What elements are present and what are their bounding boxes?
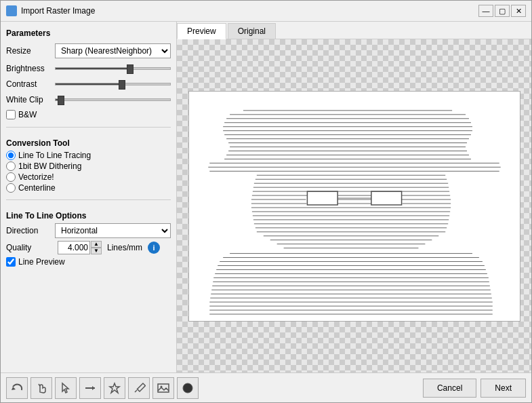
circle-tool-button[interactable] (177, 377, 199, 399)
radio-centerline-label: Centerline (18, 183, 56, 193)
cancel-button[interactable]: Cancel (423, 379, 476, 398)
conversion-tool-label: Conversion Tool (6, 138, 171, 148)
right-panel: Preview Original (177, 22, 531, 372)
quality-input[interactable] (58, 241, 90, 254)
image-icon (157, 381, 170, 395)
resize-row: Resize Sharp (NearestNeighbor) (6, 43, 171, 58)
svg-rect-68 (158, 384, 169, 392)
whiteclip-control (55, 94, 171, 105)
divider-2 (6, 199, 171, 200)
brightness-label: Brightness (6, 64, 55, 73)
svg-marker-65 (110, 383, 119, 393)
radio-dithering[interactable] (6, 161, 16, 171)
contrast-fill (56, 83, 122, 85)
maximize-button[interactable]: ▢ (495, 5, 510, 17)
quality-spin-down[interactable]: ▼ (91, 248, 102, 254)
window-icon (6, 5, 17, 16)
pencil-tool-button[interactable] (128, 377, 150, 399)
toolbar-icons (6, 377, 423, 399)
radio-line-tracing: Line To Line Tracing (6, 151, 171, 160)
bw-row: B&W (6, 110, 171, 119)
title-bar-left: Import Raster Image (6, 5, 95, 16)
quality-info-button[interactable]: i (148, 242, 160, 254)
line-options-section: Line To Line Options Direction Horizonta… (6, 208, 171, 269)
bottom-actions: Cancel Next (423, 379, 526, 398)
whiteclip-track (55, 98, 171, 101)
svg-line-62 (39, 384, 40, 386)
brightness-control (55, 63, 171, 74)
radio-dithering-row: 1bit BW Dithering (6, 161, 171, 171)
svg-marker-61 (12, 387, 16, 390)
brightness-track (55, 67, 171, 70)
quality-unit: Lines/mm (107, 243, 142, 252)
title-bar: Import Raster Image — ▢ ✕ (1, 1, 531, 22)
contrast-row: Contrast (6, 79, 171, 90)
radio-vectorize-label: Vectorize! (18, 172, 54, 182)
svg-rect-66 (137, 383, 145, 391)
bottom-bar: Cancel Next (1, 372, 531, 402)
next-button[interactable]: Next (480, 379, 526, 398)
left-panel: Parameters Resize Sharp (NearestNeighbor… (1, 22, 177, 372)
brightness-thumb[interactable] (127, 64, 134, 74)
parameters-section-label: Parameters (6, 28, 171, 38)
radio-centerline[interactable] (6, 183, 16, 193)
quality-spin-buttons: ▲ ▼ (91, 241, 102, 254)
main-window: Import Raster Image — ▢ ✕ Parameters Res… (0, 0, 532, 403)
hand-icon (35, 381, 48, 395)
quality-spinbox: ▲ ▼ (58, 241, 102, 254)
resize-label: Resize (6, 46, 55, 56)
undo-tool-button[interactable] (6, 377, 28, 399)
star-tool-button[interactable] (104, 377, 125, 399)
title-controls: — ▢ ✕ (478, 5, 526, 17)
minimize-button[interactable]: — (478, 5, 493, 17)
whiteclip-thumb[interactable] (58, 96, 64, 105)
quality-label: Quality (6, 243, 55, 252)
close-button[interactable]: ✕ (511, 5, 526, 17)
cursor-icon (59, 381, 73, 395)
direction-select[interactable]: Horizontal Vertical Diagonal (55, 223, 171, 238)
resize-control: Sharp (NearestNeighbor) (55, 43, 171, 58)
divider-1 (6, 127, 171, 128)
undo-icon (10, 381, 24, 395)
conversion-tool-section: Conversion Tool Line To Line Tracing 1bi… (6, 136, 171, 194)
radio-linetracing[interactable] (6, 151, 16, 160)
radio-linetracing-label: Line To Line Tracing (18, 151, 91, 160)
radio-centerline-row: Centerline (6, 183, 171, 193)
bw-label: B&W (18, 110, 37, 119)
radio-dithering-label: 1bit BW Dithering (18, 161, 81, 171)
contrast-thumb[interactable] (119, 80, 125, 90)
preview-image-container (188, 91, 520, 322)
tabs: Preview Original (177, 22, 531, 39)
svg-rect-0 (189, 92, 519, 321)
arrow-icon (83, 381, 97, 395)
direction-control: Horizontal Vertical Diagonal (55, 223, 171, 238)
tab-original[interactable]: Original (228, 23, 276, 39)
line-options-label: Line To Line Options (6, 211, 171, 220)
bw-checkbox[interactable] (6, 110, 16, 119)
whiteclip-label: White Clip (6, 95, 55, 104)
image-tool-button[interactable] (152, 377, 174, 399)
direction-label: Direction (6, 226, 55, 235)
radio-vectorize-row: Vectorize! (6, 172, 171, 182)
star-icon (108, 381, 121, 395)
contrast-track (55, 83, 171, 85)
brightness-row: Brightness (6, 63, 171, 74)
window-title: Import Raster Image (21, 6, 95, 16)
quality-spin-up[interactable]: ▲ (91, 241, 102, 248)
resize-select[interactable]: Sharp (NearestNeighbor) (55, 43, 171, 58)
svg-point-70 (183, 383, 192, 393)
quality-row: Quality ▲ ▼ Lines/mm i (6, 241, 171, 254)
whiteclip-row: White Clip (6, 94, 171, 105)
radio-vectorize[interactable] (6, 172, 16, 182)
svg-line-67 (135, 390, 137, 392)
cursor-tool-button[interactable] (55, 377, 77, 399)
arrow-tool-button[interactable] (79, 377, 101, 399)
line-preview-row: Line Preview (6, 257, 171, 267)
hand-tool-button[interactable] (30, 377, 52, 399)
pencil-icon (132, 381, 146, 395)
direction-row: Direction Horizontal Vertical Diagonal (6, 223, 171, 238)
circle-icon (181, 381, 195, 395)
tab-preview[interactable]: Preview (177, 23, 226, 39)
line-preview-checkbox[interactable] (6, 257, 16, 267)
tracing-svg (189, 92, 520, 321)
